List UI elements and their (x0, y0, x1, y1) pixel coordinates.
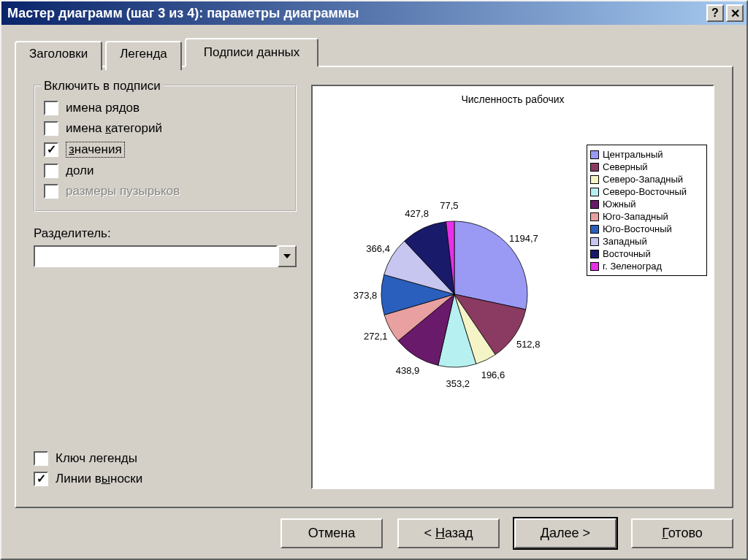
checkbox-legend-key[interactable] (34, 451, 48, 466)
help-button[interactable]: ? (706, 4, 724, 22)
label-legend-key: Ключ легенды (56, 451, 137, 466)
legend-item: Западный (589, 235, 705, 248)
groupbox-legend: Включить в подписи (41, 79, 164, 93)
chart-preview: Численность рабочих 1194,7512,8196,6353,… (311, 85, 714, 489)
legend-label: г. Зеленоград (603, 261, 662, 272)
slice-label: 427,8 (405, 208, 429, 219)
legend-swatch (590, 225, 599, 234)
button-row: Отмена < Назад Далее > Готово (15, 508, 733, 548)
legend-swatch (590, 175, 599, 184)
legend-label: Северный (603, 161, 648, 172)
chart-title: Численность рабочих (313, 93, 713, 105)
titlebar: Мастер диаграмм (шаг 3 из 4): параметры … (1, 1, 747, 25)
legend-swatch (590, 262, 599, 271)
dialog-window: Мастер диаграмм (шаг 3 из 4): параметры … (0, 0, 748, 560)
checkbox-bubble-size (44, 184, 58, 199)
legend-item: Южный (589, 198, 705, 210)
legend-swatch (590, 212, 599, 221)
label-percent: доли (66, 164, 94, 178)
legend-item: Северо-Западный (589, 173, 705, 185)
tab-legend[interactable]: Легенда (105, 41, 182, 70)
chart-area: 1194,7512,8196,6353,2438,9272,1373,8366,… (327, 123, 581, 466)
checkbox-percent[interactable] (44, 164, 58, 178)
legend-label: Южный (603, 199, 636, 210)
label-bubble-size: размеры пузырьков (66, 184, 180, 199)
tab-data-labels[interactable]: Подписи данных (185, 38, 319, 67)
slice-label: 272,1 (364, 331, 388, 342)
checkbox-series-names[interactable] (44, 101, 58, 115)
slice-label: 196,6 (481, 369, 505, 380)
legend-item: Центральный (589, 148, 705, 161)
legend-label: Центральный (603, 149, 663, 160)
tabstrip: Заголовки Легенда Подписи данных (15, 38, 733, 67)
label-series-names: имена рядов (66, 101, 140, 115)
window-title: Мастер диаграмм (шаг 3 из 4): параметры … (7, 6, 704, 21)
separator-dropdown-button[interactable] (278, 245, 297, 267)
legend-item: Северный (589, 161, 705, 173)
legend-swatch (590, 237, 599, 246)
legend-item: г. Зеленоград (589, 260, 705, 272)
separator-input[interactable] (34, 245, 278, 267)
legend-swatch (590, 200, 599, 209)
dialog-body: Заголовки Легенда Подписи данных Включит… (1, 25, 747, 559)
legend-item: Юго-Восточный (589, 223, 705, 235)
checkbox-category-names[interactable] (44, 121, 58, 136)
label-category-names: имена категорий (66, 121, 162, 136)
slice-label: 438,9 (396, 364, 420, 375)
slice-label: 373,8 (354, 289, 378, 300)
legend-label: Западный (603, 236, 647, 247)
include-in-labels-group: Включить в подписи имена рядов имена кат… (34, 85, 297, 212)
legend-item: Северо-Восточный (589, 185, 705, 198)
legend-label: Восточный (603, 248, 651, 259)
label-leader-lines: Линии выноски (56, 472, 142, 486)
legend-swatch (590, 150, 599, 159)
legend-label: Северо-Восточный (603, 186, 687, 197)
chart-legend: ЦентральныйСеверныйСеверо-ЗападныйСеверо… (587, 145, 707, 276)
separator-combo[interactable] (34, 245, 297, 267)
tab-panel-data-labels: Включить в подписи имена рядов имена кат… (15, 66, 733, 508)
slice-label: 353,2 (446, 377, 470, 388)
legend-item: Юго-Западный (589, 210, 705, 223)
legend-swatch (590, 250, 599, 258)
tab-titles[interactable]: Заголовки (15, 41, 102, 70)
separator-label: Разделитель: (34, 226, 297, 241)
legend-item: Восточный (589, 248, 705, 260)
slice-label: 77,5 (440, 200, 458, 211)
legend-label: Юго-Восточный (603, 223, 672, 234)
legend-swatch (590, 163, 599, 172)
cancel-button[interactable]: Отмена (280, 518, 383, 548)
checkbox-values[interactable] (44, 142, 58, 157)
back-button[interactable]: < Назад (397, 518, 500, 548)
label-values: значения (66, 142, 125, 158)
next-button[interactable]: Далее > (514, 518, 617, 548)
checkbox-leader-lines[interactable] (34, 472, 48, 486)
legend-label: Юго-Западный (603, 211, 668, 222)
slice-label: 512,8 (516, 339, 541, 350)
slice-label: 366,4 (366, 242, 390, 253)
legend-swatch (590, 188, 599, 196)
legend-label: Северо-Западный (603, 174, 683, 185)
slice-label: 1194,7 (509, 233, 538, 244)
finish-button[interactable]: Готово (631, 518, 733, 548)
left-column: Включить в подписи имена рядов имена кат… (34, 85, 297, 489)
close-button[interactable]: ✕ (726, 4, 744, 22)
